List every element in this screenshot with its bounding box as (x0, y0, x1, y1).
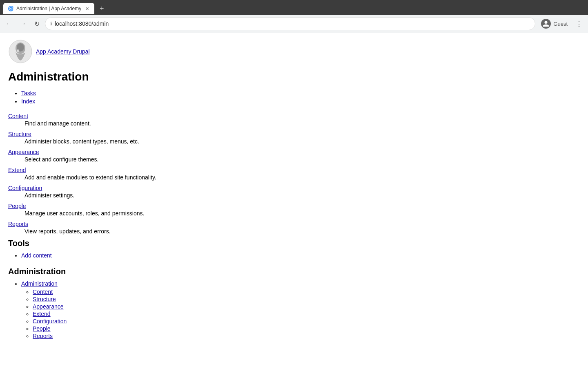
admin-section-desc-people: Manage user accounts, roles, and permiss… (8, 210, 580, 217)
sub-list-item: People (33, 325, 580, 332)
back-button[interactable]: ← (3, 18, 15, 29)
tab-title: Administration | App Academy (16, 6, 81, 11)
browser-menu-button[interactable]: ⋮ (573, 18, 585, 29)
sub-list-item: Extend (33, 311, 580, 317)
bottom-admin-sub-list: ContentStructureAppearanceExtendConfigur… (21, 289, 580, 339)
address-security-icon: ℹ (50, 21, 52, 27)
tasks-list-item: Tasks (21, 90, 580, 96)
index-list-item: Index (21, 98, 580, 105)
svg-point-3 (17, 49, 19, 52)
admin-section-link-appearance[interactable]: Appearance (8, 149, 580, 155)
sub-list-item: Content (33, 289, 580, 295)
sub-list-item: Appearance (33, 303, 580, 310)
forward-button[interactable]: → (17, 18, 29, 29)
admin-section-extend: ExtendAdd and enable modules to extend s… (8, 167, 580, 181)
tasks-list: Tasks Index (8, 90, 580, 105)
sub-list-link-reports[interactable]: Reports (33, 333, 53, 339)
bottom-admin-list: Administration ContentStructureAppearanc… (8, 280, 580, 339)
sub-list-link-configuration[interactable]: Configuration (33, 318, 67, 324)
tools-heading: Tools (8, 239, 580, 248)
address-text: localhost:8080/admin (55, 20, 530, 27)
admin-section-desc-extend: Add and enable modules to extend site fu… (8, 174, 580, 181)
sub-list-item: Structure (33, 296, 580, 302)
tools-list: Add content (8, 252, 580, 259)
admin-section-desc-reports: View reports, updates, and errors. (8, 228, 580, 235)
bottom-admin-heading: Administration (8, 267, 580, 276)
address-bar[interactable]: ℹ localhost:8080/admin (45, 17, 535, 30)
admin-section-link-extend[interactable]: Extend (8, 167, 580, 173)
browser-tab-active[interactable]: 🌀 Administration | App Academy ✕ (3, 3, 94, 14)
drupal-logo-icon (8, 39, 33, 64)
admin-section-desc-content: Find and manage content. (8, 120, 580, 127)
reload-button[interactable]: ↻ (31, 18, 42, 29)
sub-list-link-structure[interactable]: Structure (33, 296, 56, 302)
sub-list-link-content[interactable]: Content (33, 289, 53, 295)
admin-section-link-content[interactable]: Content (8, 113, 580, 119)
profile-name: Guest (553, 21, 568, 27)
tab-favicon: 🌀 (7, 5, 14, 12)
admin-section-desc-appearance: Select and configure themes. (8, 156, 580, 163)
admin-section-link-configuration[interactable]: Configuration (8, 185, 580, 191)
admin-section-link-structure[interactable]: Structure (8, 131, 580, 137)
profile-avatar-icon (541, 19, 551, 29)
sub-list-item: Configuration (33, 318, 580, 324)
admin-section-link-reports[interactable]: Reports (8, 221, 580, 227)
browser-chrome: 🌀 Administration | App Academy ✕ + ← → ↻… (0, 0, 588, 33)
admin-section-appearance: AppearanceSelect and configure themes. (8, 149, 580, 163)
admin-section-link-people[interactable]: People (8, 203, 580, 209)
bottom-admin-list-item: Administration ContentStructureAppearanc… (21, 280, 580, 339)
page-title: Administration (8, 70, 580, 83)
admin-section-configuration: ConfigurationAdminister settings. (8, 185, 580, 199)
sub-list-link-appearance[interactable]: Appearance (33, 303, 64, 310)
admin-section-desc-configuration: Administer settings. (8, 192, 580, 199)
bottom-admin-link[interactable]: Administration (21, 280, 58, 287)
new-tab-button[interactable]: + (96, 3, 107, 14)
add-content-link[interactable]: Add content (21, 252, 52, 259)
browser-profile-button[interactable]: Guest (538, 17, 571, 30)
admin-sections: ContentFind and manage content.Structure… (8, 113, 580, 235)
sub-list-link-extend[interactable]: Extend (33, 311, 51, 317)
sub-list-link-people[interactable]: People (33, 325, 51, 332)
admin-section-content: ContentFind and manage content. (8, 113, 580, 127)
tasks-link[interactable]: Tasks (21, 90, 36, 96)
admin-section-desc-structure: Administer blocks, content types, menus,… (8, 138, 580, 145)
tab-close-button[interactable]: ✕ (84, 5, 90, 12)
site-logo-area: App Academy Drupal (8, 39, 580, 64)
browser-tab-bar: 🌀 Administration | App Academy ✕ + (0, 0, 588, 15)
sub-list-item: Reports (33, 333, 580, 339)
page-content: App Academy Drupal Administration Tasks … (0, 33, 588, 348)
index-link[interactable]: Index (21, 98, 35, 105)
tools-list-item: Add content (21, 252, 580, 259)
site-name-link[interactable]: App Academy Drupal (36, 48, 90, 55)
admin-section-reports: ReportsView reports, updates, and errors… (8, 221, 580, 235)
admin-section-structure: StructureAdminister blocks, content type… (8, 131, 580, 145)
browser-toolbar: ← → ↻ ℹ localhost:8080/admin Guest ⋮ (0, 15, 588, 33)
admin-section-people: PeopleManage user accounts, roles, and p… (8, 203, 580, 217)
